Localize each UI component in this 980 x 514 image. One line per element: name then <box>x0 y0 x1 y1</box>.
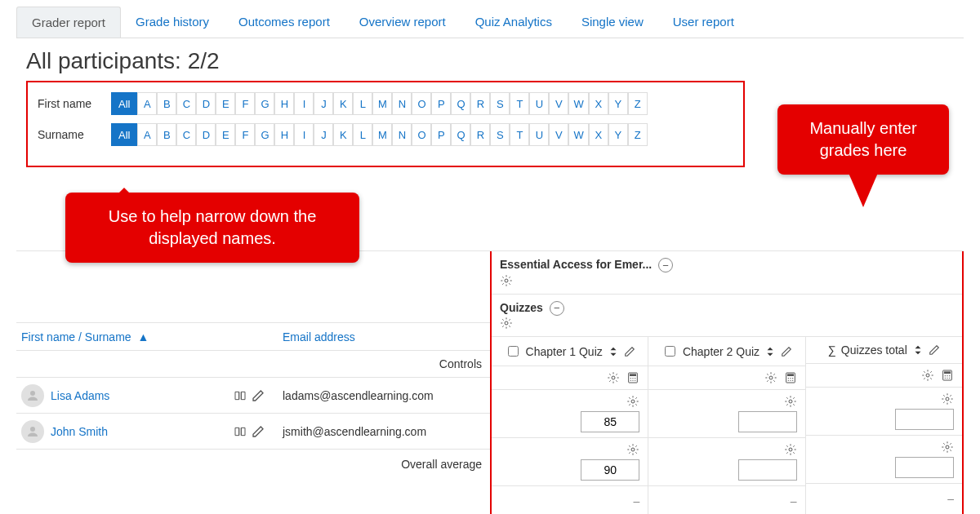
gear-icon[interactable] <box>941 441 954 454</box>
surname-filter-g[interactable]: G <box>255 123 274 146</box>
quiz-title[interactable]: Chapter 2 Quiz <box>683 345 760 358</box>
collapse-icon[interactable]: − <box>658 258 673 273</box>
surname-filter-h[interactable]: H <box>274 123 294 146</box>
firstname-filter-a[interactable]: A <box>137 92 157 115</box>
surname-filter-w[interactable]: W <box>568 123 588 146</box>
firstname-filter-v[interactable]: V <box>549 92 568 115</box>
student-name-link[interactable]: Lisa Adams <box>51 389 109 402</box>
grade-input[interactable] <box>738 411 797 432</box>
gear-icon[interactable] <box>784 395 797 408</box>
surname-filter-v[interactable]: V <box>549 123 568 146</box>
gear-icon[interactable] <box>764 371 777 384</box>
surname-filter-f[interactable]: F <box>235 123 255 146</box>
firstname-filter-o[interactable]: O <box>412 92 431 115</box>
surname-filter-l[interactable]: L <box>353 123 372 146</box>
surname-filter-all[interactable]: All <box>111 123 137 146</box>
firstname-filter-w[interactable]: W <box>568 92 588 115</box>
firstname-filter-x[interactable]: X <box>589 92 608 115</box>
edit-icon[interactable] <box>624 346 635 357</box>
collapse-icon[interactable]: − <box>550 301 564 316</box>
firstname-filter-i[interactable]: I <box>294 92 314 115</box>
sort-icon[interactable] <box>764 346 776 357</box>
grade-input[interactable] <box>895 457 954 478</box>
quiz-title[interactable]: Chapter 1 Quiz <box>526 345 603 358</box>
surname-filter-o[interactable]: O <box>412 123 431 146</box>
grades-icon[interactable] <box>234 425 247 438</box>
surname-filter-u[interactable]: U <box>529 123 549 146</box>
surname-filter-p[interactable]: P <box>431 123 451 146</box>
gear-icon[interactable] <box>626 395 639 408</box>
surname-filter-z[interactable]: Z <box>628 123 648 146</box>
firstname-filter-t[interactable]: T <box>510 92 529 115</box>
grades-icon[interactable] <box>234 389 247 402</box>
edit-icon[interactable] <box>781 346 792 357</box>
firstname-filter-n[interactable]: N <box>392 92 412 115</box>
edit-icon[interactable] <box>929 344 940 356</box>
firstname-filter-p[interactable]: P <box>431 92 451 115</box>
firstname-filter-l[interactable]: L <box>353 92 372 115</box>
edit-icon[interactable] <box>252 425 265 438</box>
surname-filter-a[interactable]: A <box>137 123 157 146</box>
firstname-filter-g[interactable]: G <box>255 92 274 115</box>
surname-filter-c[interactable]: C <box>176 123 196 146</box>
tab-quiz-analytics[interactable]: Quiz Analytics <box>461 7 567 38</box>
surname-filter-q[interactable]: Q <box>451 123 470 146</box>
grade-input[interactable] <box>581 459 639 481</box>
surname-filter-e[interactable]: E <box>216 123 235 146</box>
firstname-filter-e[interactable]: E <box>216 92 235 115</box>
firstname-filter-m[interactable]: M <box>372 92 392 115</box>
surname-filter-m[interactable]: M <box>372 123 392 146</box>
gear-icon[interactable] <box>784 443 797 456</box>
calculator-icon[interactable] <box>941 369 954 382</box>
tab-grade-history[interactable]: Grade history <box>121 7 224 38</box>
firstname-filter-b[interactable]: B <box>157 92 176 115</box>
name-sort-header[interactable]: First name / Surname <box>21 330 131 343</box>
firstname-filter-k[interactable]: K <box>333 92 353 115</box>
tab-overview-report[interactable]: Overview report <box>345 7 461 38</box>
tab-single-view[interactable]: Single view <box>567 7 658 38</box>
edit-icon[interactable] <box>252 389 265 402</box>
grade-input[interactable] <box>738 459 797 481</box>
gear-icon[interactable] <box>607 371 620 384</box>
firstname-filter-all[interactable]: All <box>111 92 137 115</box>
calculator-icon[interactable] <box>784 371 797 384</box>
gear-icon[interactable] <box>500 317 513 330</box>
surname-filter-r[interactable]: R <box>470 123 490 146</box>
firstname-filter-c[interactable]: C <box>176 92 196 115</box>
firstname-filter-z[interactable]: Z <box>628 92 648 115</box>
surname-filter-d[interactable]: D <box>196 123 216 146</box>
quiz-title[interactable]: Quizzes total <box>841 343 907 357</box>
gear-icon[interactable] <box>500 274 513 287</box>
gear-icon[interactable] <box>921 369 934 382</box>
sort-icon[interactable] <box>608 346 619 357</box>
grade-input[interactable] <box>895 409 954 430</box>
sort-icon[interactable] <box>912 344 924 356</box>
grade-input[interactable] <box>581 411 639 432</box>
tab-grader-report[interactable]: Grader report <box>16 7 121 38</box>
gear-icon[interactable] <box>941 392 954 405</box>
quiz-select-checkbox[interactable] <box>508 346 519 357</box>
firstname-filter-j[interactable]: J <box>314 92 333 115</box>
surname-filter-b[interactable]: B <box>157 123 176 146</box>
surname-filter-x[interactable]: X <box>589 123 608 146</box>
surname-filter-s[interactable]: S <box>490 123 510 146</box>
surname-filter-y[interactable]: Y <box>608 123 628 146</box>
quiz-select-checkbox[interactable] <box>665 346 675 357</box>
firstname-filter-q[interactable]: Q <box>451 92 470 115</box>
tab-outcomes-report[interactable]: Outcomes report <box>224 7 345 38</box>
calculator-icon[interactable] <box>626 371 639 384</box>
firstname-filter-h[interactable]: H <box>274 92 294 115</box>
firstname-filter-r[interactable]: R <box>470 92 490 115</box>
student-name-link[interactable]: John Smith <box>51 425 108 438</box>
surname-filter-t[interactable]: T <box>510 123 529 146</box>
tab-user-report[interactable]: User report <box>658 7 749 38</box>
firstname-filter-s[interactable]: S <box>490 92 510 115</box>
email-header[interactable]: Email address <box>283 330 355 343</box>
surname-filter-j[interactable]: J <box>314 123 333 146</box>
surname-filter-n[interactable]: N <box>392 123 412 146</box>
surname-filter-i[interactable]: I <box>294 123 314 146</box>
gear-icon[interactable] <box>626 443 639 456</box>
firstname-filter-f[interactable]: F <box>235 92 255 115</box>
firstname-filter-d[interactable]: D <box>196 92 216 115</box>
firstname-filter-y[interactable]: Y <box>608 92 628 115</box>
